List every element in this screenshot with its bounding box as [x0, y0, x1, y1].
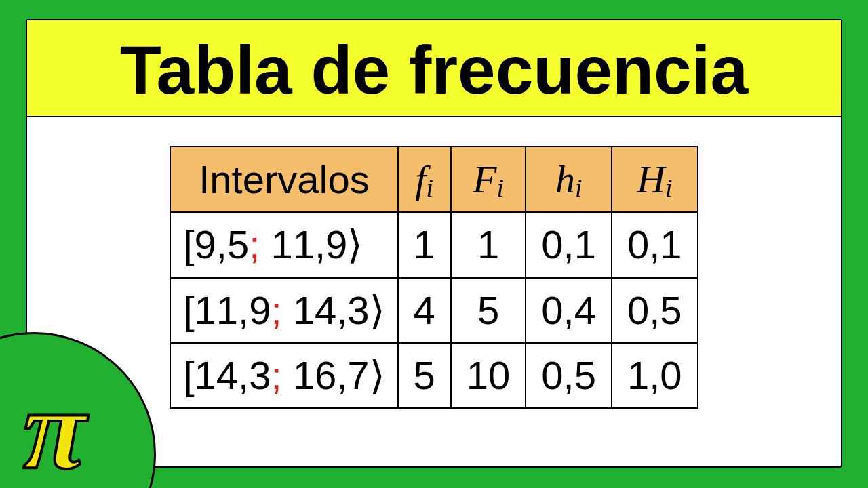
col-hi: hi — [526, 146, 612, 212]
frequency-table-container: Intervalos fi Fi hi Hi [9,5; 11,9⟩ 1 1 0… — [27, 146, 841, 409]
cell-hi: 0,4 — [526, 278, 612, 343]
cell-interval: [9,5; 11,9⟩ — [170, 212, 397, 277]
frequency-table: Intervalos fi Fi hi Hi [9,5; 11,9⟩ 1 1 0… — [170, 146, 698, 409]
col-fi: fi — [398, 146, 451, 212]
table-row: [11,9; 14,3⟩ 4 5 0,4 0,5 — [170, 278, 697, 343]
page-title: Tabla de frecuencia — [27, 20, 841, 117]
cell-Hi: 0,1 — [612, 212, 698, 277]
cell-Fi: 1 — [451, 212, 526, 277]
col-intervals: Intervalos — [170, 146, 397, 212]
cell-fi: 5 — [398, 343, 451, 408]
col-Fi: Fi — [451, 146, 526, 212]
cell-interval: [14,3; 16,7⟩ — [170, 343, 397, 408]
table-row: [9,5; 11,9⟩ 1 1 0,1 0,1 — [170, 212, 697, 277]
cell-Hi: 1,0 — [612, 343, 698, 408]
table-header-row: Intervalos fi Fi hi Hi — [170, 146, 697, 212]
table-row: [14,3; 16,7⟩ 5 10 0,5 1,0 — [170, 343, 697, 408]
cell-Fi: 10 — [451, 343, 526, 408]
cell-Fi: 5 — [451, 278, 526, 343]
cell-Hi: 0,5 — [612, 278, 698, 343]
cell-interval: [11,9; 14,3⟩ — [170, 278, 397, 343]
col-Hi: Hi — [612, 146, 698, 212]
slide-card: Tabla de frecuencia Intervalos fi Fi hi … — [26, 19, 842, 468]
cell-hi: 0,5 — [526, 343, 612, 408]
cell-fi: 1 — [398, 212, 451, 277]
cell-fi: 4 — [398, 278, 451, 343]
cell-hi: 0,1 — [526, 212, 612, 277]
